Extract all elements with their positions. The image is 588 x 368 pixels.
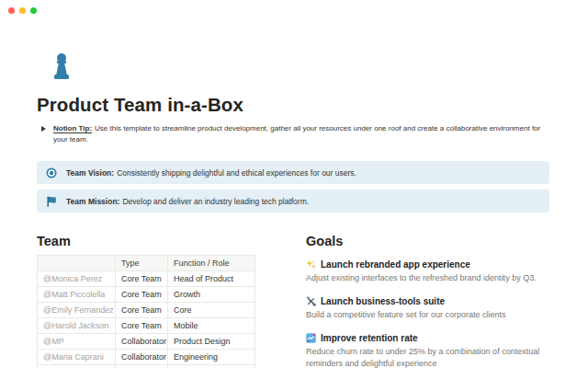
column-header (38, 256, 116, 271)
cell-type[interactable]: Collaborator (116, 334, 168, 350)
hammer-wrench-icon (306, 296, 316, 306)
goal-title-row[interactable]: Launch business-tools suite (306, 295, 570, 307)
goal-title-row[interactable]: Improve retention rate (306, 332, 570, 344)
person-mention[interactable]: @Matt Piccolella (38, 287, 116, 303)
team-vision-callout: Team Vision:Consistently shipping deligh… (37, 161, 549, 184)
sparkles-icon (306, 259, 316, 270)
goal-description: Adjust existing interfaces to the refres… (306, 272, 570, 284)
chart-increasing-icon (306, 333, 316, 343)
goals-section: Goals Launch rebranded app experienceAdj… (306, 235, 570, 368)
flag-icon (46, 196, 57, 207)
pawn-icon (51, 52, 73, 81)
goal-title[interactable]: Improve retention rate (321, 332, 418, 344)
person-mention[interactable]: @Harold Jackson (38, 318, 116, 334)
person-mention[interactable]: @Esteban Balderas (38, 365, 116, 368)
goal-description: Build a competitive feature set for our … (306, 309, 570, 321)
team-section: Team TypeFunction / Role @Monica PerezCo… (37, 235, 269, 368)
cell-type[interactable]: Collaborator (116, 350, 168, 365)
zoom-button[interactable] (30, 7, 37, 14)
cell-role[interactable]: Product Design (168, 334, 255, 350)
callout-text: Team Mission:Develop and deliver an indu… (66, 196, 309, 207)
team-mission-callout: Team Mission:Develop and deliver an indu… (37, 190, 549, 213)
table-row: @Maria CapraniCollaboratorEngineering (38, 350, 255, 365)
team-heading: Team (37, 235, 269, 248)
cell-role[interactable]: Engineering (168, 350, 255, 365)
table-row: @MPCollaboratorProduct Design (38, 334, 255, 350)
cell-role[interactable]: Data Analytics (168, 365, 255, 368)
team-table: TypeFunction / Role @Monica PerezCore Te… (37, 255, 255, 368)
table-row: @Matt PiccolellaCore TeamGrowth (38, 287, 255, 303)
goal-title[interactable]: Launch rebranded app experience (321, 259, 470, 270)
column-header: Function / Role (168, 256, 255, 271)
cell-type[interactable]: Core Team (116, 287, 168, 303)
goals-list: Launch rebranded app experienceAdjust ex… (306, 259, 570, 368)
page-title: Product Team in-a-Box (37, 95, 570, 115)
close-button[interactable] (8, 7, 15, 14)
cell-role[interactable]: Core (168, 303, 255, 318)
cell-role[interactable]: Head of Product (168, 271, 255, 287)
notion-tip-text: Notion Tip:Use this template to streamli… (53, 123, 556, 145)
cell-role[interactable]: Growth (168, 287, 255, 303)
goal-title-row[interactable]: Launch rebranded app experience (306, 259, 570, 270)
goal-item: Launch rebranded app experienceAdjust ex… (306, 259, 570, 284)
table-row: @Monica PerezCore TeamHead of Product (38, 271, 255, 287)
team-vision-label: Team Vision: (66, 168, 114, 178)
cell-role[interactable]: Mobile (168, 318, 255, 334)
notion-tip-body: Use this template to streamline product … (53, 124, 540, 144)
notion-tip-label: Notion Tip: (53, 124, 92, 132)
table-row: @Harold JacksonCore TeamMobile (38, 318, 255, 334)
cell-type[interactable]: Core Team (116, 303, 168, 318)
table-row: @Emily FernandezCore TeamCore (38, 303, 255, 318)
two-column-layout: Team TypeFunction / Role @Monica PerezCo… (37, 235, 570, 368)
goals-heading: Goals (306, 235, 570, 248)
person-mention[interactable]: @Monica Perez (38, 271, 116, 287)
person-mention[interactable]: @Emily Fernandez (38, 303, 116, 318)
goal-description: Reduce churn rate to under 25% by a comb… (306, 346, 570, 368)
window-traffic-lights (8, 7, 37, 14)
person-mention[interactable]: @MP (38, 334, 116, 350)
team-mission-label: Team Mission: (66, 197, 119, 206)
cell-type[interactable]: Core Team (116, 318, 168, 334)
compass-icon (46, 167, 57, 178)
page-icon[interactable] (51, 52, 73, 81)
team-vision-body: Consistently shipping delightful and eth… (117, 168, 356, 178)
table-row: @Esteban BalderasCollaboratorData Analyt… (38, 365, 255, 368)
callout-text: Team Vision:Consistently shipping deligh… (66, 167, 356, 178)
cell-type[interactable]: Collaborator (116, 365, 168, 368)
cell-type[interactable]: Core Team (116, 271, 168, 287)
toggle-triangle-icon[interactable] (41, 126, 46, 132)
notion-tip-toggle[interactable]: Notion Tip:Use this template to streamli… (37, 123, 556, 145)
goal-item: Launch business-tools suiteBuild a compe… (306, 295, 570, 321)
person-mention[interactable]: @Maria Caprani (38, 350, 116, 365)
team-mission-body: Develop and deliver an industry leading … (122, 197, 309, 206)
goal-item: Improve retention rateReduce churn rate … (306, 332, 570, 368)
minimize-button[interactable] (19, 7, 26, 14)
goal-title[interactable]: Launch business-tools suite (321, 295, 445, 307)
table-header-row: TypeFunction / Role (38, 256, 255, 271)
column-header: Type (116, 256, 168, 271)
page-content: Product Team in-a-Box Notion Tip:Use thi… (0, 52, 570, 368)
